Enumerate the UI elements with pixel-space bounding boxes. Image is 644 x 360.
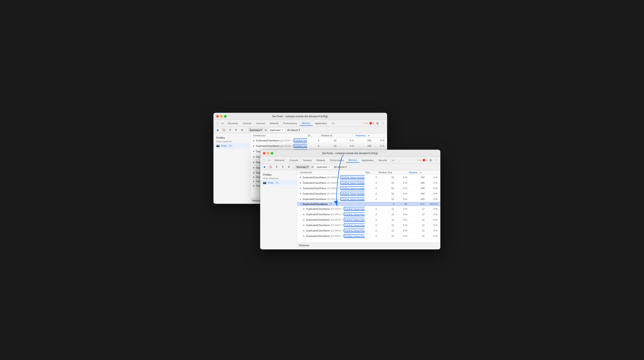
tab-application-1[interactable]: Application [313, 121, 329, 125]
snapshot-item-2[interactable]: 📷 Snap... (1.... [260, 180, 297, 185]
table-row[interactable]: ▶ DuplicatedClassName @139651 ⧉ XJrrEgL?… [297, 233, 440, 239]
link-outline-w2-42-4[interactable]: XJrrEgL?anon=true&view=:42 [344, 223, 364, 227]
profiles-title-1: Profiles [214, 135, 250, 140]
tab-console-1[interactable]: Console [240, 121, 254, 125]
settings-icon-1[interactable]: ⚙ [375, 121, 380, 125]
link-outline-w2-42-2[interactable]: XJrrEgL?anon=true&view=:42 [344, 212, 364, 216]
link-outline-w2-4[interactable]: XJrrEgL?anon=true&view=:48 [340, 192, 364, 196]
record-btn-1[interactable]: ⏺ [215, 128, 220, 132]
maximize-button-2[interactable] [271, 152, 273, 155]
table-row[interactable]: ▶ DuplicatedClassName @139641 ⧉ XJrrEgL?… [297, 212, 440, 217]
upload-btn-2[interactable]: ⬆ [274, 165, 279, 169]
upload-btn-1[interactable]: ⬆ [228, 128, 232, 132]
error-badge-2[interactable]: 🔴 5 [422, 159, 427, 162]
table-row[interactable]: ▶ DuplicatedClassName @139643 ⧉ XJrrEgL?… [297, 217, 440, 223]
stop-btn-1[interactable]: 🚫 [222, 128, 226, 132]
table-row[interactable]: ▶ DuplicatedClassName @139703 ⧉ XJrrEgL?… [297, 197, 440, 202]
more-icon-2[interactable]: ⋮ [434, 158, 438, 162]
filter-label-1: duplicated [270, 129, 280, 131]
all-objects-1[interactable]: All objects ▾ [287, 129, 300, 131]
stop-btn-2[interactable]: 🚫 [268, 165, 273, 169]
warning-badge-2[interactable]: ⚠ 6 [417, 159, 421, 162]
link-outline-w2-42-5[interactable]: XJrrEgL?anon=true&view=:42 [344, 229, 364, 233]
tab-performance-2[interactable]: Performance [328, 158, 346, 162]
collect-btn-2[interactable]: ⊞ [286, 165, 291, 169]
collect-btn-1[interactable]: ⊞ [240, 128, 244, 132]
summary-dropdown-2[interactable]: Summary ▾ [295, 165, 310, 169]
cursor-icon-1[interactable]: ⬚ [215, 121, 219, 125]
warning-badge-1[interactable]: ⚠ 2 [364, 122, 368, 125]
close-button-2[interactable] [263, 152, 266, 155]
table-body-2: ▶ DuplicatedClassName @139695 ⧉ XJrrEgL?… [297, 175, 440, 242]
error-badge-1[interactable]: 🔴 2 [369, 122, 374, 125]
tab-sources-2[interactable]: Sources [301, 158, 314, 162]
mobile-icon-1[interactable]: ▭ [220, 121, 224, 125]
table-row[interactable]: ▶ DuplicatedClassName @139649 ⧉ XJrrEgL?… [297, 228, 440, 233]
link-outline-w2-42-6[interactable]: XJrrEgL?anon=true&view=:42 [344, 234, 364, 238]
filter-clear-2[interactable]: ✕ [328, 165, 330, 168]
download-btn-1[interactable]: ⬇ [234, 128, 238, 132]
tab-elements-2[interactable]: Elements [272, 158, 287, 162]
th-shallow-1: Shallow Si... [320, 134, 338, 137]
filter-clear-1[interactable]: ✕ [281, 129, 284, 132]
link-outline-w2-42-1[interactable]: XJrrEgL?anon=true&view=:42 [344, 207, 364, 211]
table-row[interactable]: ▶ DuplicatedClassName @139701 ⧉ XJrrEgL?… [297, 191, 440, 197]
link-outline-w2-1[interactable]: XJrrEgL?anon=true&view=:48 [340, 175, 364, 179]
tab-console-2[interactable]: Console [287, 158, 300, 162]
traffic-lights-1 [216, 115, 226, 118]
tab-more-1[interactable]: >> [330, 121, 336, 125]
link-outline-w2-42-3[interactable]: XJrrEgL?anon=true&view=:42 [344, 218, 364, 222]
tab-memory-2[interactable]: Memory [346, 158, 359, 163]
record-btn-2[interactable]: ⏺ [262, 165, 267, 169]
tab-more-2[interactable]: >> [390, 158, 397, 162]
minimize-button-1[interactable] [220, 115, 223, 118]
all-objects-2[interactable]: All objects ▾ [334, 165, 347, 168]
traffic-lights-2 [263, 152, 273, 155]
tab-performance-1[interactable]: Performance [281, 121, 299, 125]
link-outline-w2-3[interactable]: XJrrEgL?anon=true&view=:48 [340, 186, 364, 190]
more-icon-1[interactable]: ⋮ [381, 121, 385, 125]
tab-sources-1[interactable]: Sources [254, 121, 267, 125]
all-objects-arrow-1: ▾ [299, 129, 300, 131]
tab-network-1[interactable]: Network [268, 121, 281, 125]
link-outline-w2-5[interactable]: XJrrEgL?anon=true&view=:48 [340, 197, 364, 201]
close-button-1[interactable] [216, 115, 219, 118]
constructor-cell: ▶ DuplicatedClassName @175257 ⧉ XJrrEgL?… [252, 138, 307, 143]
heap-snapshots-label-1: Heap snapshots [214, 140, 250, 143]
summary-dropdown-1[interactable]: Summary ▾ [248, 128, 263, 132]
th-retained-1[interactable]: Retained... ▼ [355, 134, 372, 137]
retainers-bar-2: Retainers [297, 242, 440, 248]
tab-elements-1[interactable]: Elements [226, 121, 240, 125]
tab-bar-1: ⬚ ▭ Elements Console Sources Network Per… [214, 120, 387, 127]
table-row[interactable]: ▶ DuplicatedClassName @139695 ⧉ XJrrEgL?… [297, 175, 440, 180]
sidebar-1: Profiles Heap snapshots 📷 Snap... (3.... [214, 133, 250, 203]
snapshot-item-1[interactable]: 📷 Snap... (3.... [214, 143, 250, 148]
th-shallow-2: Shallow Size [378, 171, 395, 174]
window-title-2: DevTools - codepen.io/web-dot-dev/pen/XJ… [263, 152, 438, 155]
minimize-button-2[interactable] [267, 152, 270, 155]
cursor-icon-2[interactable]: ⬚ [262, 158, 266, 162]
table-row[interactable]: ▶ DuplicatedClassName @175257 ⧉ XJrrEgL?… [250, 138, 387, 143]
maximize-button-1[interactable] [224, 115, 226, 118]
tab-application-2[interactable]: Application [360, 158, 376, 162]
link-outline-w2-2[interactable]: XJrrEgL?anon=true&view=:48 [340, 181, 364, 185]
table-row[interactable]: ▶ DuplicatedClassName @139647 ⧉ XJrrEgL?… [297, 223, 440, 228]
table-row[interactable]: ▶ DuplicatedClassName @139699 ⧉ XJrrEgL?… [297, 186, 440, 191]
table-row[interactable]: ▶ DuplicatedClassName @175259 ⧉ XJrrEgL?… [250, 143, 387, 149]
expanded-class-row[interactable]: ▼ DuplicatedClassName ×7 3 84 0 % 84 0 % [297, 202, 440, 206]
table-header-2: Constructor Dist... Shallow Size Retaine… [297, 170, 440, 175]
table-row[interactable]: ▶ DuplicatedClassName @139697 ⧉ XJrrEgL?… [297, 180, 440, 186]
table-row[interactable]: ▶ DuplicatedClassName @139639 ⧉ XJrrEgL?… [297, 206, 440, 212]
link-outline-2[interactable]: XJrrEgL?nocache=true&view=:48 [294, 144, 307, 148]
tab-memory-1[interactable]: Memory [300, 121, 313, 126]
table-header-1: Constructor Di... Shallow Si... Retained… [250, 133, 387, 138]
tab-security-2[interactable]: Security [376, 158, 389, 162]
mobile-icon-2[interactable]: ▭ [267, 158, 271, 162]
toolbar-1: ⏺ 🚫 ⬆ ⬇ ⊞ Summary ▾ ⊟ duplicated ✕ All o… [214, 127, 387, 133]
link-outline-1[interactable]: XJrrEgL?nocache=true&view=:48 [294, 138, 307, 142]
th-retained-2[interactable]: Retaine... ▼ [408, 171, 426, 174]
tab-network-2[interactable]: Network [314, 158, 328, 162]
heap-snapshots-label-2: Heap snapshots [260, 177, 297, 180]
download-btn-2[interactable]: ⬇ [280, 165, 285, 169]
settings-icon-2[interactable]: ⚙ [428, 158, 433, 162]
